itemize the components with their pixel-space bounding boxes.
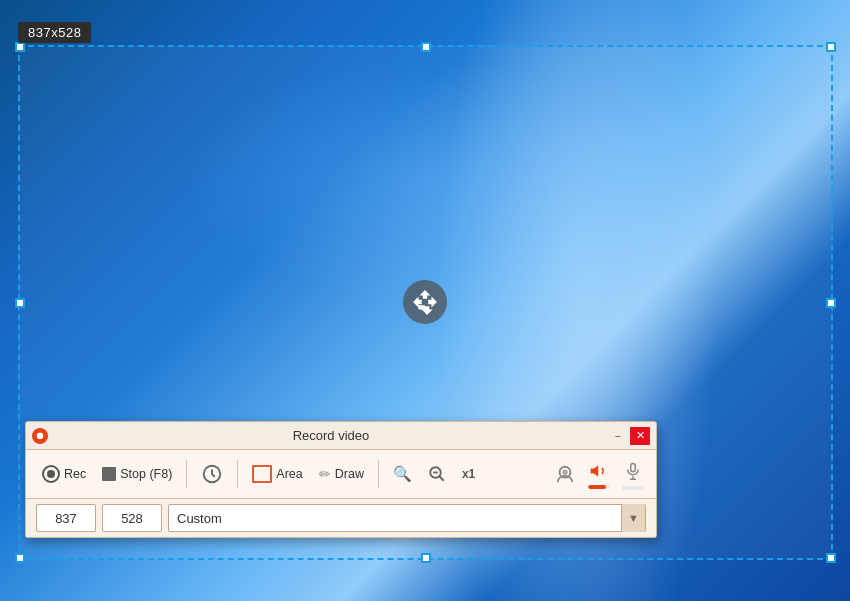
draw-icon: ✏ <box>319 466 331 482</box>
svg-point-5 <box>562 469 567 474</box>
mic-button[interactable] <box>620 458 646 484</box>
schedule-button[interactable] <box>195 460 229 488</box>
title-bar: Record video − ✕ <box>26 422 656 450</box>
area-label: Area <box>276 467 302 481</box>
draw-label: Draw <box>335 467 364 481</box>
stop-icon <box>102 467 116 481</box>
dropdown-arrow-icon: ▼ <box>621 504 645 532</box>
stop-label: Stop (F8) <box>120 467 172 481</box>
zoom-out-button[interactable] <box>422 462 452 486</box>
svg-marker-6 <box>591 465 599 477</box>
zoom-in-icon: 🔍 <box>393 465 412 483</box>
record-panel: Record video − ✕ Rec Stop (F8) <box>25 421 657 538</box>
move-cursor-icon <box>403 280 447 324</box>
rec-button[interactable]: Rec <box>36 462 92 486</box>
mic-icon <box>624 460 642 482</box>
zoom-out-icon <box>428 465 446 483</box>
speaker-level-bar <box>588 485 610 489</box>
move-arrows-svg <box>412 289 438 315</box>
webcam-button[interactable] <box>552 462 578 486</box>
clock-icon <box>201 463 223 485</box>
separator-1 <box>186 460 187 488</box>
zoom-in-button[interactable]: 🔍 <box>387 462 418 486</box>
right-icons <box>552 458 646 490</box>
width-input[interactable] <box>36 504 96 532</box>
window-controls: − ✕ <box>608 427 650 445</box>
svg-line-3 <box>439 476 444 481</box>
rec-label: Rec <box>64 467 86 481</box>
close-button[interactable]: ✕ <box>630 427 650 445</box>
zoom-x1-button[interactable]: x1 <box>456 464 481 484</box>
preset-label: Custom <box>177 511 222 526</box>
height-input[interactable] <box>102 504 162 532</box>
zoom-x1-label: x1 <box>462 467 475 481</box>
separator-2 <box>237 460 238 488</box>
panel-title: Record video <box>54 428 608 443</box>
speaker-button[interactable] <box>584 459 614 483</box>
minimize-button[interactable]: − <box>608 427 628 445</box>
bottom-bar: Custom ▼ <box>26 498 656 537</box>
webcam-icon <box>554 464 576 484</box>
speaker-area <box>584 459 614 489</box>
app-icon <box>32 428 48 444</box>
rec-icon <box>42 465 60 483</box>
svg-rect-7 <box>631 464 636 472</box>
dimension-label: 837x528 <box>18 22 91 43</box>
toolbar: Rec Stop (F8) Area ✏ Draw <box>26 450 656 498</box>
mic-area <box>620 458 646 490</box>
draw-button[interactable]: ✏ Draw <box>313 463 370 485</box>
speaker-icon <box>588 461 610 481</box>
mic-level-bar <box>622 486 644 490</box>
area-button[interactable]: Area <box>246 462 308 486</box>
area-icon <box>252 465 272 483</box>
stop-button[interactable]: Stop (F8) <box>96 464 178 484</box>
separator-3 <box>378 460 379 488</box>
preset-dropdown[interactable]: Custom ▼ <box>168 504 646 532</box>
